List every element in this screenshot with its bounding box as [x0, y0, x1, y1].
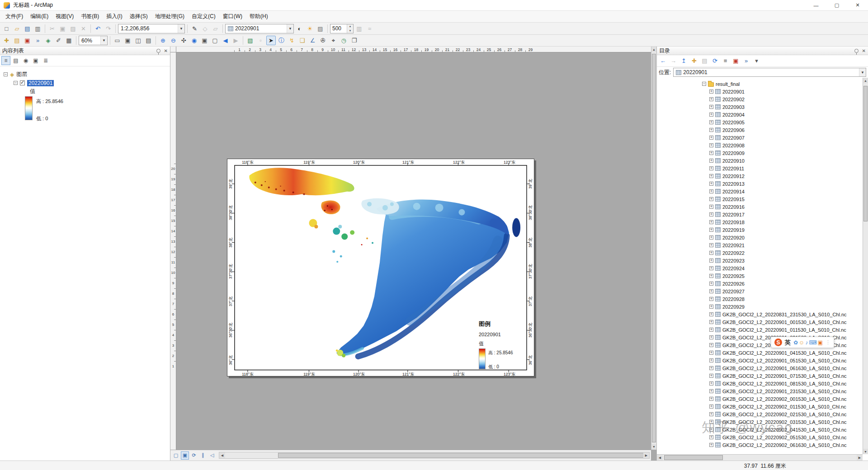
expand-icon[interactable]	[709, 297, 713, 301]
catalog-raster-row[interactable]: 20220926	[657, 280, 863, 287]
menu-item[interactable]: 地理处理(G)	[151, 11, 188, 22]
sogou-skin-icon[interactable]: ✿	[793, 339, 798, 346]
transparency-icon[interactable]: ▨	[316, 24, 325, 33]
catalog-raster-row[interactable]: 20220928	[657, 295, 863, 303]
save-icon[interactable]: ▤	[23, 24, 32, 33]
expand-icon[interactable]	[709, 258, 713, 263]
flicker-icon[interactable]: ≈	[365, 24, 374, 33]
expand-icon[interactable]	[709, 397, 713, 401]
catalog-raster-row[interactable]: 20220921	[657, 241, 863, 249]
expand-icon[interactable]	[709, 328, 713, 332]
menu-item[interactable]: 帮助(H)	[246, 11, 272, 22]
catalog-file-row[interactable]: GK2B_GOCI2_L2_20220901_061630_LA_S010_Ch…	[657, 364, 863, 372]
expand-icon[interactable]	[709, 143, 713, 147]
catalog-raster-row[interactable]: 20220908	[657, 141, 863, 149]
expand-icon[interactable]	[709, 243, 713, 247]
viewer-window-icon[interactable]: ❐	[349, 36, 359, 45]
chevron-down-icon[interactable]: ▼	[178, 24, 184, 33]
collapse-icon[interactable]	[14, 81, 18, 85]
catalog-horizontal-scrollbar[interactable]	[657, 454, 863, 461]
pause-drawing-icon[interactable]: ∥	[199, 451, 207, 460]
arctoolbox-window-icon[interactable]: ▣	[731, 56, 741, 66]
change-layout-icon[interactable]: ▤	[144, 36, 153, 45]
hyperlink-icon[interactable]: ↯	[287, 36, 297, 45]
expand-icon[interactable]	[709, 289, 713, 293]
sogou-mic-icon[interactable]: ♪	[805, 339, 808, 346]
expand-icon[interactable]	[709, 312, 713, 316]
expand-icon[interactable]	[709, 443, 713, 447]
expand-icon[interactable]	[709, 428, 713, 432]
map-vertical-scrollbar[interactable]	[651, 47, 656, 450]
catalog-file-row[interactable]: GK2B_GOCI2_L2_20220902_041530_LA_S010_Ch…	[657, 426, 863, 433]
scrollbar-thumb[interactable]	[652, 54, 656, 442]
contrast-icon[interactable]: ◐	[295, 24, 304, 33]
expand-icon[interactable]	[709, 305, 713, 309]
expand-icon[interactable]	[709, 282, 713, 286]
expand-icon[interactable]	[709, 335, 713, 339]
catalog-file-row[interactable]: GK2B_GOCI2_L2_20220901_011530_LA_S010_Ch…	[657, 326, 863, 334]
up-one-level-icon[interactable]: ↥	[679, 56, 689, 66]
catalog-file-row[interactable]: GK2B_GOCI2_L2_20220831_231530_LA_S010_Ch…	[657, 310, 863, 318]
catalog-raster-row[interactable]: 20220906	[657, 126, 863, 134]
toc-layer-label[interactable]: 20220901	[27, 80, 54, 86]
options-icon[interactable]: ▾	[752, 56, 761, 66]
map-horizontal-scrollbar[interactable]	[219, 452, 650, 459]
expand-icon[interactable]	[709, 113, 713, 117]
scrollbar-thumb[interactable]	[278, 453, 644, 458]
spinner-arrows[interactable]: ▲▼	[347, 24, 353, 33]
catalog-raster-row[interactable]: 20220911	[657, 164, 863, 172]
forward-icon[interactable]: →	[669, 56, 678, 66]
menu-item[interactable]: 选择(S)	[126, 11, 151, 22]
toc-list-by-visibility-icon[interactable]: ◉	[21, 56, 30, 65]
catalog-file-row[interactable]: GK2B_GOCI2_L2_20220901_231530_LA_S010_Ch…	[657, 387, 863, 395]
expand-icon[interactable]	[709, 381, 713, 385]
close-icon[interactable]	[862, 48, 866, 53]
sogou-logo-icon[interactable]: S	[774, 338, 782, 346]
disconnect-folder-icon[interactable]: ▤	[700, 56, 709, 66]
scrollbar-thumb[interactable]	[664, 455, 723, 460]
zoom-100-icon[interactable]: ▣	[123, 36, 132, 45]
editor-pencil-icon[interactable]: ✎	[190, 24, 199, 33]
time-slider-icon[interactable]: ◷	[339, 36, 349, 45]
connect-folder-icon[interactable]: ✚	[689, 56, 699, 66]
expand-icon[interactable]	[709, 120, 713, 124]
find-icon[interactable]: ✇	[318, 36, 328, 45]
arctoolbox-icon[interactable]: ▣	[23, 36, 32, 45]
expand-icon[interactable]	[709, 197, 713, 201]
layer-visibility-checkbox[interactable]	[20, 80, 25, 85]
minimize-button[interactable]: —	[806, 0, 826, 10]
expand-icon[interactable]	[709, 97, 713, 101]
expand-icon[interactable]	[709, 235, 713, 240]
catalog-raster-row[interactable]: 20220929	[657, 303, 863, 310]
paste-icon[interactable]: ▨	[68, 24, 78, 33]
collapse-icon[interactable]	[702, 82, 706, 86]
drag-handle-icon[interactable]: ⋮	[826, 339, 830, 345]
menu-item[interactable]: 自定义(C)	[188, 11, 219, 22]
back-page-icon[interactable]: ◁	[208, 451, 216, 460]
snapping-icon[interactable]: ◇	[200, 24, 210, 33]
undo-icon[interactable]: ↶	[93, 24, 103, 33]
expand-icon[interactable]	[709, 404, 713, 409]
expand-icon[interactable]	[709, 228, 713, 232]
catalog-folder-row[interactable]: result_final	[657, 80, 863, 88]
toc-layer-row[interactable]: 20220901	[0, 79, 170, 87]
catalog-file-row[interactable]: GK2B_GOCI2_L2_20220902_051530_LA_S010_Ch…	[657, 433, 863, 441]
layer-combo[interactable]: 20220901 ▼	[225, 24, 294, 33]
delete-icon[interactable]: ✕	[79, 24, 88, 33]
catalog-raster-row[interactable]: 20220905	[657, 118, 863, 126]
catalog-raster-row[interactable]: 20220901	[657, 88, 863, 95]
toc-list-by-drawing-order-icon[interactable]: ≡	[1, 56, 10, 65]
menu-item[interactable]: 书签(B)	[77, 11, 103, 22]
collapse-icon[interactable]	[4, 72, 8, 76]
catalog-raster-row[interactable]: 20220903	[657, 103, 863, 111]
expand-icon[interactable]	[709, 89, 713, 94]
model-builder-icon[interactable]: ◈	[43, 36, 53, 45]
catalog-raster-row[interactable]: 20220920	[657, 234, 863, 241]
expand-icon[interactable]	[709, 105, 713, 109]
expand-icon[interactable]	[709, 366, 713, 370]
catalog-file-row[interactable]: GK2B_GOCI2_L2_20220902_011530_LA_S010_Ch…	[657, 403, 863, 410]
fixed-zoom-in-icon[interactable]: ▣	[200, 36, 209, 45]
full-extent-icon[interactable]: ◉	[189, 36, 199, 45]
copy-icon[interactable]: ▣	[58, 24, 67, 33]
layout-view-icon[interactable]: ▣	[181, 451, 189, 460]
